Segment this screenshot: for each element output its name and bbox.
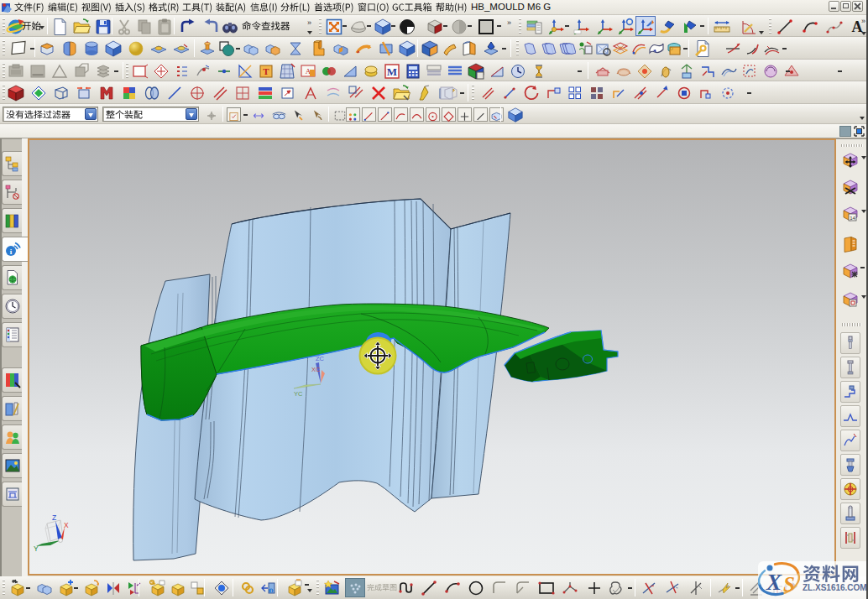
svg-text:YC: YC xyxy=(294,390,303,398)
svg-text:XC: XC xyxy=(311,366,321,373)
svg-text:Z: Z xyxy=(52,513,56,522)
svg-text:X: X xyxy=(766,570,782,595)
svg-text:S: S xyxy=(783,573,795,596)
svg-text:Y: Y xyxy=(34,544,39,553)
svg-text:T: T xyxy=(263,66,269,76)
svg-text:14: 14 xyxy=(850,216,855,221)
svg-text:i: i xyxy=(270,588,271,593)
svg-text:X: X xyxy=(64,521,69,529)
svg-text:ZC: ZC xyxy=(316,355,325,362)
svg-text:M: M xyxy=(387,65,397,78)
